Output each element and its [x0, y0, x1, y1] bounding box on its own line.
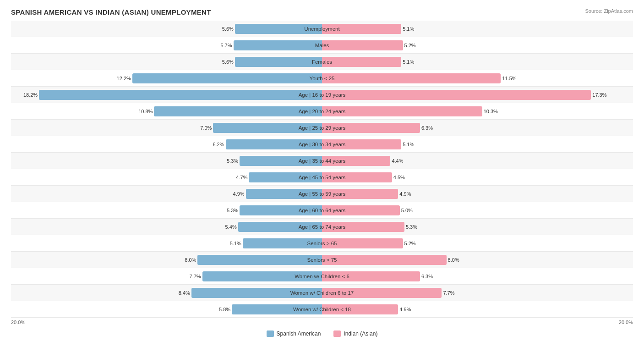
- left-section: 5.3%: [11, 202, 322, 218]
- chart-row: 5.7% Males 5.2%: [11, 37, 633, 54]
- left-section: 4.7%: [11, 169, 322, 185]
- right-section: 10.3%: [322, 103, 633, 119]
- chart-container: SPANISH AMERICAN VS INDIAN (ASIAN) UNEMP…: [0, 0, 644, 347]
- bar-indian: [322, 156, 390, 166]
- chart-row: 4.7% Age | 45 to 54 years 4.5%: [11, 169, 633, 186]
- bar-spanish: [132, 73, 322, 83]
- chart-area: 5.6% Unemployment 5.1% 5.7% Males: [11, 21, 633, 318]
- chart-row: 5.6% Females 5.1%: [11, 54, 633, 70]
- axis-label-left: 20.0%: [11, 319, 25, 325]
- val-spanish: 10.8%: [138, 109, 153, 114]
- val-indian: 11.5%: [502, 76, 516, 81]
- bar-row: 5.4% Age | 65 to 74 years 5.3%: [11, 219, 633, 235]
- bar-row: 5.6% Females 5.1%: [11, 54, 633, 70]
- left-section: 5.6%: [11, 21, 322, 37]
- bar-row: 5.3% Age | 35 to 44 years 4.4%: [11, 153, 633, 169]
- left-section: 8.4%: [11, 285, 322, 301]
- val-indian: 5.1%: [403, 26, 414, 32]
- bar-spanish: [39, 90, 322, 100]
- val-spanish: 7.0%: [200, 125, 212, 131]
- axis-label-right: 20.0%: [619, 319, 633, 325]
- val-indian: 5.3%: [406, 224, 417, 230]
- val-spanish: 6.2%: [213, 142, 224, 147]
- bar-indian: [322, 222, 404, 232]
- legend-item-indian: Indian (Asian): [333, 330, 377, 337]
- bar-row: 8.4% Women w/ Children 6 to 17 7.7%: [11, 285, 633, 301]
- right-section: 7.7%: [322, 285, 633, 301]
- val-indian: 17.3%: [592, 92, 606, 98]
- bar-row: 5.7% Males 5.2%: [11, 37, 633, 53]
- right-section: 4.9%: [322, 186, 633, 202]
- val-indian: 5.1%: [403, 59, 414, 65]
- bar-spanish: [154, 106, 322, 116]
- val-spanish: 5.8%: [219, 307, 230, 312]
- left-section: 7.0%: [11, 120, 322, 136]
- right-section: 5.1%: [322, 136, 633, 152]
- bar-row: 12.2% Youth < 25 11.5%: [11, 70, 633, 86]
- bar-spanish: [197, 255, 322, 265]
- bar-row: 18.2% Age | 16 to 19 years 17.3%: [11, 87, 633, 103]
- bar-indian: [322, 271, 420, 281]
- bar-indian: [322, 304, 398, 314]
- val-indian: 5.0%: [401, 208, 413, 213]
- bar-spanish: [243, 238, 322, 248]
- right-section: 5.1%: [322, 21, 633, 37]
- chart-row: 5.8% Women w/ Children < 18 4.9%: [11, 301, 633, 318]
- bar-row: 5.6% Unemployment 5.1%: [11, 21, 633, 37]
- val-indian: 5.2%: [404, 43, 416, 48]
- bar-spanish: [234, 40, 322, 50]
- chart-row: 18.2% Age | 16 to 19 years 17.3%: [11, 87, 633, 103]
- left-section: 7.7%: [11, 268, 322, 284]
- right-section: 11.5%: [322, 70, 633, 86]
- bar-indian: [322, 73, 501, 83]
- legend-box-indian: [333, 330, 341, 337]
- left-section: 5.8%: [11, 301, 322, 317]
- bar-spanish: [246, 189, 322, 199]
- left-section: 12.2%: [11, 70, 322, 86]
- val-indian: 6.3%: [421, 125, 433, 131]
- val-spanish: 18.2%: [23, 92, 38, 98]
- bar-indian: [322, 123, 420, 133]
- chart-row: 5.1% Seniors > 65 5.2%: [11, 235, 633, 252]
- bar-indian: [322, 40, 403, 50]
- val-indian: 7.7%: [443, 290, 454, 296]
- left-section: 5.6%: [11, 54, 322, 70]
- bar-row: 6.2% Age | 30 to 34 years 5.1%: [11, 136, 633, 152]
- bar-row: 7.7% Women w/ Children < 6 6.3%: [11, 268, 633, 284]
- val-spanish: 12.2%: [117, 76, 131, 81]
- val-spanish: 5.3%: [227, 208, 238, 213]
- bar-spanish: [213, 123, 322, 133]
- val-spanish: 8.4%: [179, 290, 190, 296]
- bar-indian: [322, 288, 442, 298]
- right-section: 4.5%: [322, 169, 633, 185]
- right-section: 5.3%: [322, 219, 633, 235]
- chart-row: 8.0% Seniors > 75 8.0%: [11, 252, 633, 268]
- val-indian: 6.3%: [421, 274, 433, 279]
- left-section: 4.9%: [11, 186, 322, 202]
- val-spanish: 4.9%: [233, 191, 245, 197]
- legend: Spanish American Indian (Asian): [11, 330, 633, 337]
- val-spanish: 5.6%: [222, 26, 234, 32]
- right-section: 5.2%: [322, 235, 633, 251]
- bar-indian: [322, 24, 401, 34]
- left-section: 5.7%: [11, 37, 322, 53]
- chart-row: 7.7% Women w/ Children < 6 6.3%: [11, 268, 633, 285]
- left-section: 5.4%: [11, 219, 322, 235]
- val-spanish: 5.3%: [227, 158, 238, 164]
- val-spanish: 8.0%: [185, 257, 196, 263]
- legend-label-indian: Indian (Asian): [344, 330, 377, 337]
- left-section: 5.1%: [11, 235, 322, 251]
- val-spanish: 5.1%: [230, 241, 241, 246]
- chart-row: 8.4% Women w/ Children 6 to 17 7.7%: [11, 285, 633, 301]
- bar-spanish: [240, 205, 322, 215]
- val-indian: 5.1%: [403, 142, 414, 147]
- val-spanish: 4.7%: [236, 175, 247, 180]
- bar-row: 5.1% Seniors > 65 5.2%: [11, 235, 633, 251]
- bar-spanish: [235, 24, 322, 34]
- legend-box-spanish: [267, 330, 274, 337]
- bar-spanish: [191, 288, 322, 298]
- chart-title: SPANISH AMERICAN VS INDIAN (ASIAN) UNEMP…: [11, 8, 211, 16]
- bar-row: 7.0% Age | 25 to 29 years 6.3%: [11, 120, 633, 136]
- bar-indian: [322, 255, 447, 265]
- bar-spanish: [235, 57, 322, 67]
